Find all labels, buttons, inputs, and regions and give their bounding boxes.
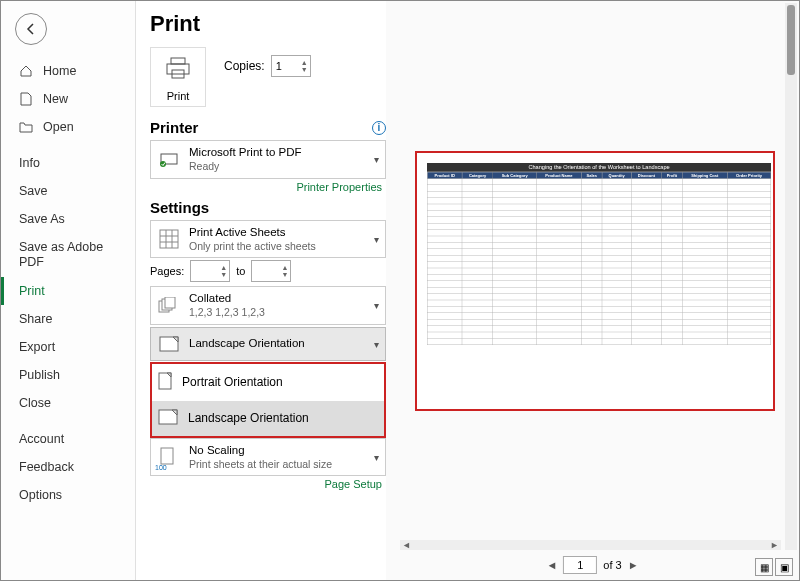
nav-open[interactable]: Open [1,113,135,141]
nav-export[interactable]: Export [1,333,135,361]
collation-dropdown[interactable]: Collated1,2,3 1,2,3 1,2,3 ▾ [150,286,386,325]
spinner-arrows-icon[interactable]: ▲▼ [282,264,289,278]
nav-new[interactable]: New [1,85,135,113]
backstage-view: Home New Open Info Save Save As Save as … [0,0,800,581]
print-settings-panel: Print Print Copies: 1▲▼ Printer i Micros… [136,1,386,580]
info-icon[interactable]: i [372,121,386,135]
next-page-button[interactable]: ► [628,559,639,571]
prev-page-button[interactable]: ◄ [546,559,557,571]
printer-ready-icon [157,147,181,171]
current-page-input[interactable] [563,556,597,574]
nav-save-as[interactable]: Save As [1,205,135,233]
settings-section-label: Settings [150,199,386,216]
pages-to-input[interactable]: ▲▼ [251,260,291,282]
printer-properties-link[interactable]: Printer Properties [150,181,382,193]
landscape-icon [157,332,181,356]
printer-status: Ready [189,160,379,174]
option-label: Portrait Orientation [182,375,283,389]
nav-label: Print [19,284,45,298]
nav-label: New [43,92,68,106]
nav-label: Close [19,396,51,410]
nav-label: Save as Adobe PDF [19,240,129,270]
nav-account[interactable]: Account [1,425,135,453]
copies-label: Copies: [224,59,265,73]
nav-label: Home [43,64,76,78]
nav-info[interactable]: Info [1,149,135,177]
svg-rect-0 [171,58,185,64]
pages-row: Pages: ▲▼ to ▲▼ [150,260,386,282]
print-button-label: Print [155,90,201,102]
scaling-icon: 100 [157,445,181,469]
orientation-dropdown[interactable]: Landscape Orientation ▾ [150,327,386,361]
nav-label: Options [19,488,62,502]
folder-icon [19,120,33,134]
vertical-scrollbar[interactable] [785,3,797,550]
chevron-down-icon: ▾ [374,300,379,311]
print-preview-area: Changing the Orientation of the Workshee… [386,1,799,580]
spinner-arrows-icon[interactable]: ▲▼ [220,264,227,278]
pages-from-input[interactable]: ▲▼ [190,260,230,282]
printer-icon [155,56,201,86]
nav-feedback[interactable]: Feedback [1,453,135,481]
view-buttons: ▦ ▣ [755,558,793,576]
chevron-down-icon: ▾ [374,338,379,349]
svg-rect-12 [165,297,175,308]
svg-rect-5 [160,230,178,248]
svg-rect-16 [161,448,173,464]
printer-name: Microsoft Print to PDF [189,145,379,160]
nav-label: Info [19,156,40,170]
nav-label: Feedback [19,460,74,474]
nav-home[interactable]: Home [1,57,135,85]
back-button[interactable] [15,13,47,45]
print-what-dropdown[interactable]: Print Active SheetsOnly print the active… [150,220,386,259]
nav-label: Share [19,312,52,326]
chevron-down-icon: ▾ [374,233,379,244]
horizontal-scrollbar[interactable]: ◄► [400,540,781,550]
printer-section-label: Printer i [150,119,386,136]
nav-print[interactable]: Print [1,277,135,305]
nav-label: Publish [19,368,60,382]
nav-sidebar: Home New Open Info Save Save As Save as … [1,1,136,580]
svg-rect-1 [167,64,189,74]
chevron-down-icon: ▾ [374,452,379,463]
page-title: Print [150,11,386,37]
arrow-left-icon [24,22,38,36]
nav-label: Export [19,340,55,354]
orientation-option-portrait[interactable]: Portrait Orientation [152,364,384,401]
orientation-options: Portrait Orientation Landscape Orientati… [150,362,386,438]
file-icon [19,92,33,106]
page-total: of 3 [603,559,621,571]
scaling-dropdown[interactable]: 100 No ScalingPrint sheets at their actu… [150,438,386,477]
preview-page: Changing the Orientation of the Workshee… [415,151,775,411]
nav-label: Open [43,120,74,134]
nav-close[interactable]: Close [1,389,135,417]
print-button[interactable]: Print [150,47,206,107]
home-icon [19,64,33,78]
copies-input[interactable]: 1▲▼ [271,55,311,77]
orientation-option-landscape[interactable]: Landscape Orientation [152,401,384,436]
nav-publish[interactable]: Publish [1,361,135,389]
nav-save[interactable]: Save [1,177,135,205]
nav-share[interactable]: Share [1,305,135,333]
landscape-icon [158,409,178,428]
nav-label: Save [19,184,48,198]
preview-title: Changing the Orientation of the Workshee… [427,163,771,172]
page-navigator: ◄ of 3 ► [546,556,638,574]
chevron-down-icon: ▾ [374,154,379,165]
nav-save-adobe[interactable]: Save as Adobe PDF [1,233,135,277]
copies-row: Copies: 1▲▼ [224,55,311,77]
show-margins-button[interactable]: ▦ [755,558,773,576]
spinner-arrows-icon[interactable]: ▲▼ [301,59,308,73]
nav-label: Account [19,432,64,446]
nav-label: Save As [19,212,65,226]
nav-options[interactable]: Options [1,481,135,509]
to-label: to [236,265,245,277]
collated-icon [157,293,181,317]
printer-dropdown[interactable]: Microsoft Print to PDFReady ▾ [150,140,386,179]
preview-table: Product IDCategorySub CategoryProduct Na… [427,172,771,345]
page-setup-link[interactable]: Page Setup [150,478,382,490]
zoom-to-page-button[interactable]: ▣ [775,558,793,576]
main-area: Print Print Copies: 1▲▼ Printer i Micros… [136,1,799,580]
pages-label: Pages: [150,265,184,277]
option-label: Landscape Orientation [188,411,309,425]
